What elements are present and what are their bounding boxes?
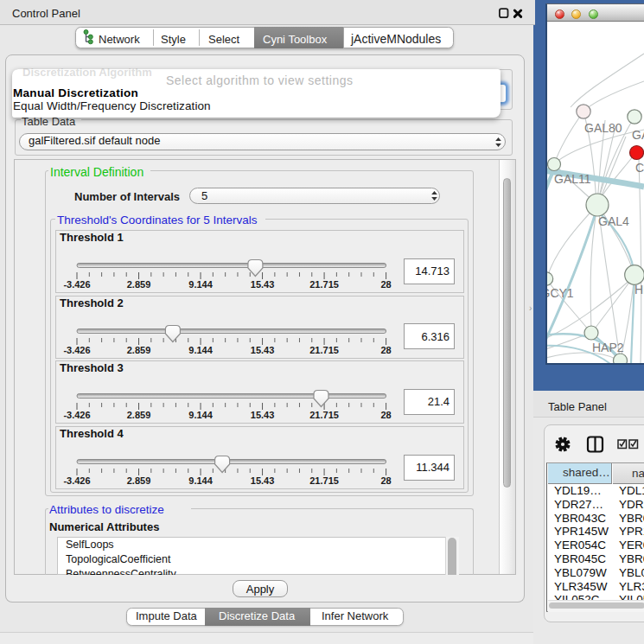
svg-text:GAL4: GAL4 <box>598 214 629 228</box>
svg-text:28: 28 <box>380 279 391 290</box>
svg-text:9.144: 9.144 <box>188 475 213 486</box>
svg-text:9.144: 9.144 <box>188 345 213 355</box>
svg-text:2.859: 2.859 <box>127 279 151 290</box>
svg-text:2.859: 2.859 <box>127 410 151 420</box>
svg-text:28: 28 <box>380 475 391 486</box>
svg-text:9.144: 9.144 <box>188 279 213 290</box>
svg-text:21.715: 21.715 <box>309 345 339 355</box>
svg-text:-3.426: -3.426 <box>63 279 90 290</box>
svg-text:28: 28 <box>380 410 391 420</box>
svg-text:28: 28 <box>380 345 391 355</box>
svg-text:GCY1: GCY1 <box>547 286 574 300</box>
svg-text:HI: HI <box>634 283 644 296</box>
svg-text:21.715: 21.715 <box>309 279 339 290</box>
svg-text:GA: GA <box>632 128 644 142</box>
svg-text:C: C <box>635 161 644 175</box>
svg-text:2.859: 2.859 <box>127 475 151 486</box>
svg-text:15.43: 15.43 <box>251 279 275 290</box>
svg-text:21.715: 21.715 <box>309 410 339 420</box>
svg-text:GAL80: GAL80 <box>584 121 622 135</box>
svg-text:9.144: 9.144 <box>188 410 213 420</box>
svg-text:-3.426: -3.426 <box>63 345 90 355</box>
svg-text:15.43: 15.43 <box>251 410 275 420</box>
svg-text:HAP2: HAP2 <box>592 341 624 354</box>
svg-text:15.43: 15.43 <box>251 475 275 486</box>
svg-text:2.859: 2.859 <box>127 345 151 355</box>
svg-text:GAL11: GAL11 <box>554 172 591 186</box>
svg-text:-3.426: -3.426 <box>63 410 90 420</box>
svg-text:21.715: 21.715 <box>309 475 339 486</box>
svg-text:-3.426: -3.426 <box>63 475 90 486</box>
svg-text:15.43: 15.43 <box>251 345 275 355</box>
